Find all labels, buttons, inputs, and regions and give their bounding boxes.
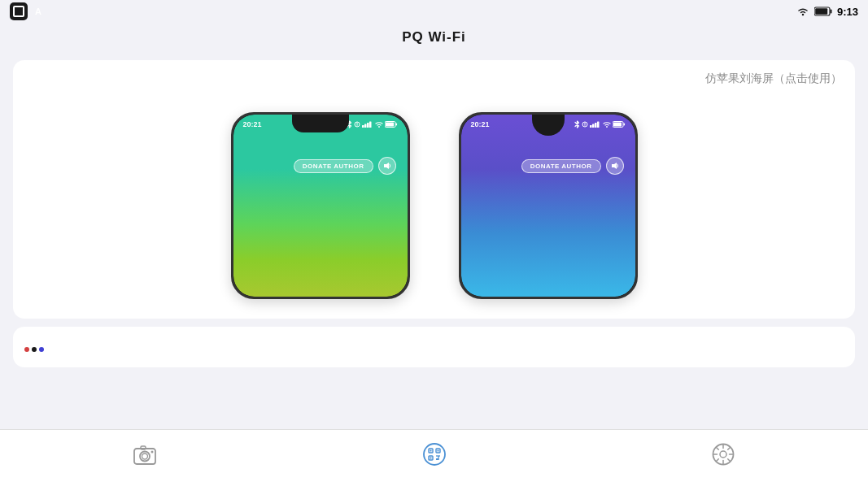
status-left: A — [10, 2, 41, 20]
svg-rect-6 — [362, 125, 364, 128]
sound-button-right[interactable] — [606, 157, 624, 175]
svg-rect-11 — [386, 123, 394, 127]
app-icon-inner — [13, 6, 24, 17]
svg-line-48 — [728, 458, 731, 461]
phone-mockup-right[interactable]: 20:21 — [459, 112, 638, 299]
batt-right — [613, 121, 626, 128]
time-display: 9:13 — [837, 6, 858, 18]
header-bar: PQ Wi-Fi — [0, 23, 868, 52]
svg-rect-1 — [815, 8, 827, 15]
svg-rect-9 — [369, 122, 372, 128]
tab-settings[interactable] — [578, 441, 868, 467]
phone-time-left: 20:21 — [243, 120, 262, 128]
dot-black — [32, 347, 37, 352]
svg-rect-22 — [613, 123, 622, 127]
svg-point-27 — [142, 453, 147, 459]
tab-qr-scan[interactable] — [290, 441, 579, 467]
main-content: 仿苹果刘海屏（点击使用） 20:21 — [0, 52, 868, 429]
phone-mockup-left[interactable]: 20:21 — [231, 112, 410, 299]
signal-right — [590, 121, 601, 128]
donate-button-right[interactable]: DONATE AUTHOR — [521, 159, 601, 173]
letter-a: A — [35, 7, 41, 16]
donate-bar-left: DONATE AUTHOR — [233, 157, 408, 175]
notif-icon-left — [354, 121, 360, 128]
svg-rect-23 — [623, 124, 625, 126]
svg-rect-19 — [595, 123, 597, 128]
svg-line-49 — [728, 447, 731, 449]
svg-rect-17 — [590, 125, 592, 128]
phone-status-icons-right — [574, 120, 626, 128]
wifi-icon — [796, 7, 809, 16]
tab-bar — [0, 429, 868, 486]
qr-scan-icon — [421, 441, 447, 467]
app-icon-small — [10, 2, 28, 20]
svg-rect-39 — [436, 458, 438, 460]
dot-red — [24, 347, 29, 352]
svg-marker-13 — [384, 163, 389, 169]
svg-point-5 — [356, 125, 357, 126]
batt-left — [385, 121, 398, 128]
header-title: PQ Wi-Fi — [402, 29, 466, 46]
wallpaper-right — [461, 115, 635, 297]
signal-left — [362, 121, 373, 128]
camera-icon — [132, 441, 158, 467]
wifi-left — [375, 121, 383, 128]
donate-button-left[interactable]: DONATE AUTHOR — [294, 159, 373, 173]
svg-point-26 — [140, 451, 150, 461]
phone-screen-left: 20:21 — [233, 115, 408, 297]
notif-icon-right — [582, 121, 588, 128]
svg-rect-18 — [592, 124, 595, 128]
card-android-notch[interactable] — [13, 327, 855, 367]
svg-line-50 — [717, 458, 719, 461]
status-right: 9:13 — [796, 6, 858, 18]
bt-icon-right — [574, 120, 580, 128]
card1-label: 仿苹果刘海屏（点击使用） — [705, 72, 842, 86]
battery-icon — [814, 7, 832, 16]
svg-rect-35 — [437, 449, 438, 451]
svg-point-41 — [720, 451, 726, 458]
svg-point-16 — [584, 125, 585, 126]
phone-time-right: 20:21 — [471, 120, 490, 128]
svg-point-29 — [150, 450, 153, 453]
phones-container: 20:21 — [24, 112, 844, 299]
svg-rect-34 — [430, 449, 431, 451]
phone-screen-right: 20:21 — [461, 115, 635, 297]
donate-bar-right: DONATE AUTHOR — [461, 157, 635, 175]
svg-rect-28 — [141, 446, 146, 449]
dot-blue — [39, 347, 44, 352]
wallpaper-left — [233, 115, 408, 297]
phone-status-icons-left — [347, 120, 398, 128]
svg-rect-36 — [430, 457, 431, 458]
svg-rect-7 — [364, 124, 367, 128]
svg-rect-8 — [367, 123, 369, 128]
wifi-right — [603, 121, 611, 128]
svg-line-47 — [717, 447, 719, 449]
svg-marker-24 — [612, 163, 617, 169]
svg-rect-20 — [597, 122, 600, 128]
svg-rect-2 — [830, 10, 831, 14]
sound-button-left[interactable] — [378, 157, 396, 175]
settings-icon — [710, 441, 736, 467]
svg-rect-12 — [395, 124, 397, 126]
tab-camera[interactable] — [0, 441, 290, 467]
dots-icon — [24, 347, 44, 352]
card-iphone-notch[interactable]: 仿苹果刘海屏（点击使用） 20:21 — [13, 60, 855, 319]
notch-iphone — [292, 115, 349, 132]
svg-point-30 — [424, 444, 445, 465]
status-bar: A 9:13 — [0, 0, 868, 23]
